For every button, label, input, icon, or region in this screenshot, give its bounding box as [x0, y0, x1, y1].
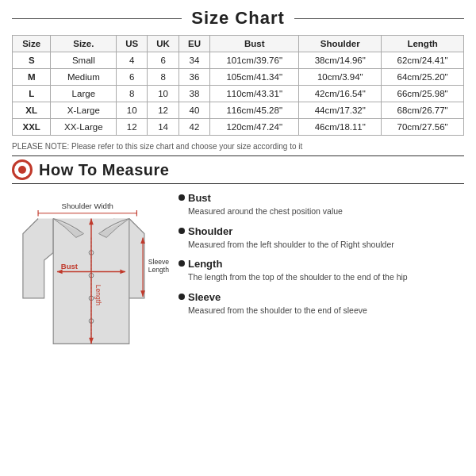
- size-table: SizeSize.USUKEUBustShoulderLength SSmall…: [12, 35, 464, 136]
- measure-icon: [12, 159, 33, 180]
- measure-item-title-text: Shoulder: [188, 225, 232, 237]
- title-line-right: [294, 18, 464, 19]
- garment-svg: Shoulder Width: [12, 192, 171, 367]
- svg-text:Length: Length: [94, 285, 102, 306]
- table-row: XLX-Large101240116cm/45.28"44cm/17.32"68…: [13, 102, 464, 119]
- bullet-icon: [178, 194, 185, 201]
- table-row: SSmall4634101cm/39.76"38cm/14.96"62cm/24…: [13, 52, 464, 69]
- note-text: PLEASE NOTE: Please refer to this size c…: [12, 142, 464, 151]
- svg-text:Length: Length: [148, 266, 170, 274]
- measure-item-title: Length: [178, 258, 464, 270]
- table-row: LLarge81038110cm/43.31"42cm/16.54"66cm/2…: [13, 86, 464, 102]
- bullet-icon: [178, 228, 185, 234]
- table-body: SSmall4634101cm/39.76"38cm/14.96"62cm/24…: [13, 52, 464, 136]
- measure-title: How To Measure: [39, 161, 169, 179]
- page: Size Chart SizeSize.USUKEUBustShoulderLe…: [0, 0, 476, 377]
- measure-item-desc-text: The length from the top of the shoulder …: [178, 271, 464, 283]
- measure-item: ShoulderMeasured from the left shoulder …: [178, 225, 464, 251]
- svg-text:Bust: Bust: [61, 262, 79, 271]
- table-row: MMedium6836105cm/41.34"10cm/3.94"64cm/25…: [13, 69, 464, 86]
- measure-item-title-text: Length: [188, 258, 222, 270]
- bullet-icon: [178, 260, 185, 267]
- garment-illustration: Shoulder Width: [12, 192, 171, 369]
- title-line-left: [12, 18, 182, 19]
- measure-header: How To Measure: [12, 155, 464, 184]
- measure-item: SleeveMeasured from the shoulder to the …: [178, 291, 464, 317]
- measure-item-title-text: Sleeve: [188, 291, 221, 303]
- table-row: XXLXX-Large121442120cm/47.24"46cm/18.11"…: [13, 119, 464, 136]
- measure-item-title: Shoulder: [178, 225, 464, 237]
- svg-text:Shoulder Width: Shoulder Width: [62, 202, 113, 210]
- measure-item-desc-text: Measured around the chest position value: [178, 205, 464, 217]
- title-row: Size Chart: [12, 8, 464, 29]
- svg-text:Sleeve: Sleeve: [148, 258, 169, 266]
- measure-body: Shoulder Width: [12, 192, 464, 369]
- measure-item-title-text: Bust: [188, 192, 211, 204]
- table-header-row: SizeSize.USUKEUBustShoulderLength: [13, 36, 464, 52]
- measure-icon-inner: [18, 166, 26, 174]
- measure-item: BustMeasured around the chest position v…: [178, 192, 464, 217]
- measure-descriptions: BustMeasured around the chest position v…: [178, 192, 464, 369]
- measure-item-title: Bust: [178, 192, 464, 204]
- page-title: Size Chart: [182, 8, 294, 29]
- measure-item-desc-text: Measured from the left shoulder to the o…: [178, 239, 464, 251]
- measure-item: LengthThe length from the top of the sho…: [178, 258, 464, 283]
- measure-item-title: Sleeve: [178, 291, 464, 303]
- bullet-icon: [178, 294, 185, 300]
- measure-item-desc-text: Measured from the shoulder to the end of…: [178, 305, 464, 317]
